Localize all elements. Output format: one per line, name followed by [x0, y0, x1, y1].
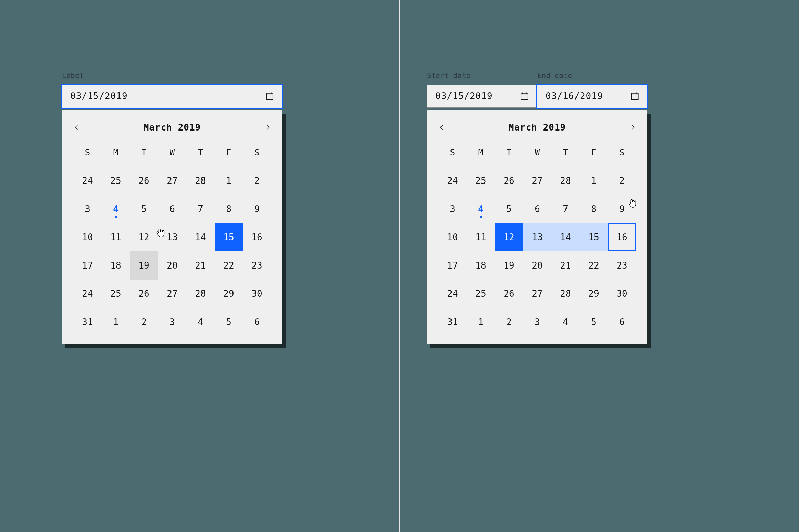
calendar-day[interactable]: 24 [73, 167, 102, 195]
calendar-day[interactable]: 21 [551, 251, 580, 280]
calendar-day[interactable]: 4 [102, 195, 130, 223]
calendar-day[interactable]: 20 [523, 251, 551, 280]
calendar-day[interactable]: 31 [73, 308, 102, 336]
start-date-input[interactable]: 03/15/2019 [427, 85, 537, 108]
calendar-day[interactable]: 26 [495, 280, 523, 308]
calendar-day[interactable]: 27 [523, 167, 551, 195]
weekday-header: S [438, 138, 467, 167]
calendar-day[interactable]: 11 [467, 223, 495, 251]
calendar-day[interactable]: 7 [551, 195, 580, 223]
date-input[interactable]: 03/15/2019 [62, 85, 282, 108]
calendar-day[interactable]: 1 [467, 308, 495, 336]
calendar-day[interactable]: 25 [102, 167, 130, 195]
calendar-day[interactable]: 27 [523, 280, 551, 308]
vertical-divider [399, 0, 400, 532]
calendar-day[interactable]: 3 [523, 308, 551, 336]
calendar-day[interactable]: 24 [73, 280, 102, 308]
next-month-button[interactable] [628, 123, 638, 132]
calendar-day[interactable]: 27 [158, 280, 186, 308]
calendar-day[interactable]: 25 [467, 167, 495, 195]
calendar-day[interactable]: 24 [438, 167, 467, 195]
calendar-day[interactable]: 1 [215, 167, 243, 195]
calendar-day[interactable]: 16 [243, 223, 271, 251]
calendar-day[interactable]: 2 [608, 167, 636, 195]
calendar-day[interactable]: 4 [186, 308, 215, 336]
calendar-day[interactable]: 15 [215, 223, 243, 251]
calendar-day[interactable]: 10 [73, 223, 102, 251]
calendar-day[interactable]: 5 [215, 308, 243, 336]
calendar-day[interactable]: 1 [580, 167, 608, 195]
calendar-icon [520, 92, 529, 101]
calendar-day[interactable]: 18 [467, 251, 495, 280]
calendar-day[interactable]: 27 [158, 167, 186, 195]
calendar-day[interactable]: 29 [580, 280, 608, 308]
calendar-day[interactable]: 17 [73, 251, 102, 280]
calendar-day[interactable]: 25 [102, 280, 130, 308]
calendar-day[interactable]: 19 [130, 251, 158, 280]
calendar-day[interactable]: 14 [551, 223, 580, 251]
calendar-day[interactable]: 5 [580, 308, 608, 336]
calendar-day[interactable]: 9 [243, 195, 271, 223]
calendar-day[interactable]: 30 [608, 280, 636, 308]
calendar-day[interactable]: 28 [186, 167, 215, 195]
calendar-day[interactable]: 8 [580, 195, 608, 223]
calendar-day[interactable]: 26 [130, 167, 158, 195]
calendar-day[interactable]: 9 [608, 195, 636, 223]
calendar-day[interactable]: 13 [158, 223, 186, 251]
date-input-value: 03/15/2019 [70, 91, 128, 101]
calendar-day[interactable]: 3 [73, 195, 102, 223]
month-title: March 2019 [509, 122, 566, 133]
calendar-day[interactable]: 6 [158, 195, 186, 223]
next-month-button[interactable] [263, 123, 273, 132]
calendar-day[interactable]: 16 [608, 223, 636, 251]
calendar-day[interactable]: 2 [243, 167, 271, 195]
calendar-day[interactable]: 19 [495, 251, 523, 280]
calendar-day[interactable]: 31 [438, 308, 467, 336]
calendar-day[interactable]: 15 [580, 223, 608, 251]
calendar-day[interactable]: 12 [130, 223, 158, 251]
calendar-day[interactable]: 6 [243, 308, 271, 336]
calendar-day[interactable]: 1 [102, 308, 130, 336]
calendar-day[interactable]: 24 [438, 280, 467, 308]
calendar-day[interactable]: 21 [186, 251, 215, 280]
calendar-day[interactable]: 17 [438, 251, 467, 280]
calendar-day[interactable]: 20 [158, 251, 186, 280]
prev-month-button[interactable] [437, 123, 446, 132]
calendar-day[interactable]: 26 [495, 167, 523, 195]
calendar-day[interactable]: 4 [551, 308, 580, 336]
calendar-day[interactable]: 28 [186, 280, 215, 308]
calendar-day[interactable]: 14 [186, 223, 215, 251]
calendar-day[interactable]: 5 [130, 195, 158, 223]
calendar-day[interactable]: 25 [467, 280, 495, 308]
calendar-day[interactable]: 12 [495, 223, 523, 251]
calendar-day[interactable]: 23 [608, 251, 636, 280]
calendar-day[interactable]: 26 [130, 280, 158, 308]
end-date-input[interactable]: 03/16/2019 [537, 85, 647, 108]
calendar-day[interactable]: 23 [243, 251, 271, 280]
calendar-day[interactable]: 2 [130, 308, 158, 336]
calendar-day[interactable]: 22 [580, 251, 608, 280]
calendar-day[interactable]: 5 [495, 195, 523, 223]
weekday-header: T [495, 138, 523, 167]
calendar-day[interactable]: 18 [102, 251, 130, 280]
calendar-day[interactable]: 11 [102, 223, 130, 251]
calendar-day[interactable]: 3 [158, 308, 186, 336]
calendar-day[interactable]: 30 [243, 280, 271, 308]
calendar-day[interactable]: 4 [467, 195, 495, 223]
calendar-day[interactable]: 6 [523, 195, 551, 223]
calendar-day[interactable]: 10 [438, 223, 467, 251]
calendar-day[interactable]: 6 [608, 308, 636, 336]
calendar-day[interactable]: 2 [495, 308, 523, 336]
prev-month-button[interactable] [72, 123, 81, 132]
calendar-day[interactable]: 28 [551, 280, 580, 308]
calendar-day[interactable]: 29 [215, 280, 243, 308]
calendar-day[interactable]: 8 [215, 195, 243, 223]
calendar-icon [630, 92, 639, 101]
calendar-day[interactable]: 28 [551, 167, 580, 195]
calendar-day[interactable]: 7 [186, 195, 215, 223]
calendar-day[interactable]: 22 [215, 251, 243, 280]
weekday-header: F [215, 138, 243, 167]
month-title: March 2019 [144, 122, 201, 133]
calendar-day[interactable]: 3 [438, 195, 467, 223]
calendar-day[interactable]: 13 [523, 223, 551, 251]
